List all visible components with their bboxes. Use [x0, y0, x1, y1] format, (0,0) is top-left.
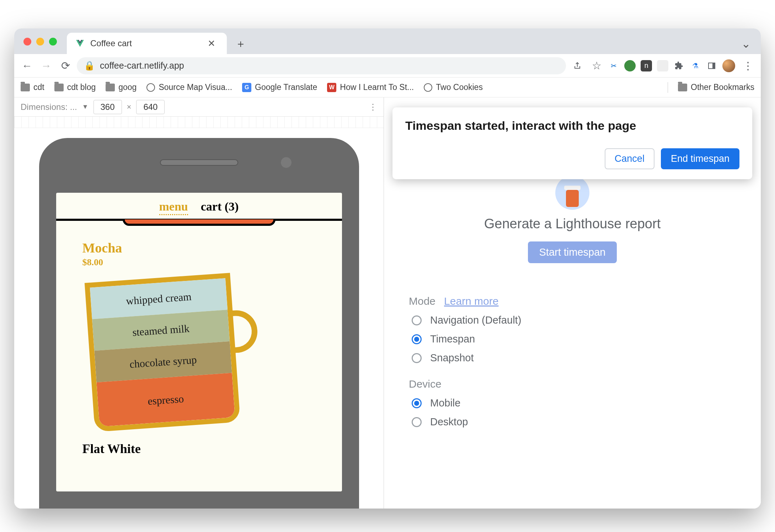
device-height-input[interactable] [136, 100, 165, 114]
sidepanel-button[interactable] [706, 60, 717, 71]
device-stage: menu cart (3) Mocha $8.00 whipped cream [14, 128, 384, 509]
extension-icons: ✂︎ n ⚗︎ ⋮ [608, 58, 756, 74]
cup-layer: espresso [96, 373, 235, 427]
mode-option-snapshot[interactable]: Snapshot [409, 352, 747, 364]
nav-menu-link[interactable]: menu [159, 200, 188, 215]
mode-section-header: Mode Learn more [409, 295, 747, 307]
back-button[interactable]: ← [19, 58, 35, 74]
tabs-dropdown-button[interactable]: ⌄ [741, 37, 751, 50]
mode-option-timespan[interactable]: Timespan [409, 333, 747, 345]
bookmark-how-i-learnt[interactable]: WHow I Learnt To St... [327, 83, 414, 92]
window-controls [23, 38, 57, 46]
reload-button[interactable]: ⟳ [58, 58, 73, 74]
cancel-button[interactable]: Cancel [605, 148, 654, 169]
phone-frame: menu cart (3) Mocha $8.00 whipped cream [39, 138, 359, 509]
close-window-button[interactable] [23, 38, 31, 46]
lighthouse-logo-icon [555, 176, 589, 210]
globe-icon [146, 83, 155, 92]
app-nav: menu cart (3) [56, 193, 342, 219]
lighthouse-heading: Generate a Lighthouse report [484, 216, 661, 232]
folder-icon [106, 84, 115, 91]
mode-option-navigation[interactable]: Navigation (Default) [409, 314, 747, 326]
bookmark-folder-cdt-blog[interactable]: cdt blog [54, 83, 96, 92]
radio-icon [412, 353, 422, 363]
option-label: Navigation (Default) [430, 314, 521, 326]
notch-decoration [123, 219, 276, 226]
green-extension-icon[interactable] [624, 60, 636, 71]
start-timespan-button[interactable]: Start timespan [528, 241, 617, 263]
device-option-mobile[interactable]: Mobile [409, 397, 747, 409]
forward-button[interactable]: → [38, 58, 54, 74]
labs-extension-icon[interactable]: ⚗︎ [690, 60, 701, 71]
new-tab-button[interactable]: ＋ [232, 35, 250, 53]
cup-illustration[interactable]: whipped cream steamed milk chocolate syr… [82, 274, 260, 431]
phone-camera-icon [281, 157, 292, 168]
content-area: Dimensions: ... ▼ × ⋮ menu cart (3) [14, 97, 761, 509]
bookmark-label: Two Cookies [436, 83, 483, 92]
dimensions-label: Dimensions: ... [21, 102, 77, 112]
bookmark-folder-goog[interactable]: goog [106, 83, 137, 92]
product-name: Flat White [82, 441, 316, 456]
option-label: Desktop [430, 416, 468, 428]
close-tab-button[interactable]: ✕ [205, 37, 218, 50]
folder-icon [678, 84, 687, 91]
mode-label: Mode [409, 295, 435, 307]
device-width-input[interactable] [93, 100, 122, 114]
address-bar[interactable]: 🔒 coffee-cart.netlify.app [77, 57, 566, 74]
dialog-title: Timespan started, interact with the page [405, 119, 739, 133]
n-extension-icon[interactable]: n [641, 60, 652, 71]
browser-tab[interactable]: Coffee cart ✕ [67, 33, 227, 54]
device-more-button[interactable]: ⋮ [369, 102, 377, 112]
dim-separator: × [127, 102, 132, 112]
bookmarks-bar: cdt cdt blog goog Source Map Visua... GG… [14, 78, 761, 97]
toolbar: ← → ⟳ 🔒 coffee-cart.netlify.app ☆ ✂︎ n ⚗… [14, 54, 761, 78]
other-bookmarks-button[interactable]: Other Bookmarks [678, 83, 754, 92]
lock-icon: 🔒 [84, 60, 95, 71]
product-card-mocha: Mocha $8.00 whipped cream steamed milk c… [56, 226, 342, 456]
emulated-screen[interactable]: menu cart (3) Mocha $8.00 whipped cream [56, 193, 342, 491]
bookmark-two-cookies[interactable]: Two Cookies [424, 83, 483, 92]
lighthouse-body: Generate a Lighthouse report Start times… [384, 176, 761, 449]
minimize-window-button[interactable] [36, 38, 44, 46]
bookmark-label: Other Bookmarks [691, 83, 754, 92]
globe-icon [424, 83, 432, 92]
titlebar: Coffee cart ✕ ＋ ⌄ [14, 28, 761, 54]
bookmark-folder-cdt[interactable]: cdt [21, 83, 44, 92]
grey-extension-icon[interactable] [657, 60, 668, 71]
bookmark-label: How I Learnt To St... [340, 83, 414, 92]
radio-icon [412, 417, 422, 427]
vue-favicon-icon [75, 39, 85, 48]
share-button[interactable] [570, 58, 585, 74]
device-toolbar: Dimensions: ... ▼ × ⋮ [14, 97, 384, 117]
scissors-extension-icon[interactable]: ✂︎ [608, 60, 619, 71]
puzzle-extensions-button[interactable] [673, 60, 685, 71]
device-option-desktop[interactable]: Desktop [409, 416, 747, 428]
browser-window: Coffee cart ✕ ＋ ⌄ ← → ⟳ 🔒 coffee-cart.ne… [14, 28, 761, 509]
radio-icon [412, 315, 422, 325]
radio-icon [412, 398, 422, 408]
bookmark-source-map[interactable]: Source Map Visua... [146, 83, 232, 92]
option-label: Snapshot [430, 352, 474, 364]
bookmark-label: goog [118, 83, 137, 92]
profile-avatar[interactable] [722, 59, 735, 72]
dimensions-dropdown-icon[interactable]: ▼ [82, 103, 89, 111]
learn-more-link[interactable]: Learn more [444, 295, 498, 307]
bookmark-label: Source Map Visua... [159, 83, 232, 92]
bookmark-star-button[interactable]: ☆ [589, 58, 604, 74]
devtools-lighthouse-pane: Timespan started, interact with the page… [384, 97, 761, 509]
phone-speaker-icon [160, 159, 238, 166]
translate-icon: G [242, 83, 251, 92]
bookmark-google-translate[interactable]: GGoogle Translate [242, 83, 317, 92]
end-timespan-button[interactable]: End timespan [661, 148, 739, 169]
radio-icon [412, 334, 422, 344]
chrome-menu-button[interactable]: ⋮ [740, 58, 756, 74]
maximize-window-button[interactable] [49, 38, 57, 46]
device-ruler [14, 117, 384, 128]
nav-cart-link[interactable]: cart (3) [201, 200, 239, 215]
folder-icon [54, 84, 64, 91]
w-icon: W [327, 83, 336, 92]
device-label: Device [409, 378, 442, 390]
device-emulation-pane: Dimensions: ... ▼ × ⋮ menu cart (3) [14, 97, 384, 509]
cup-body: whipped cream steamed milk chocolate syr… [84, 273, 240, 432]
option-label: Timespan [430, 333, 475, 345]
